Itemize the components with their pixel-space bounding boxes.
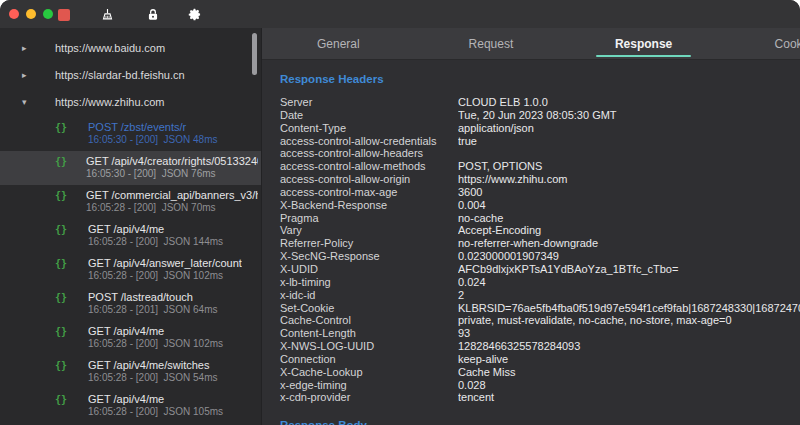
lock-icon[interactable]	[145, 7, 160, 22]
header-key: Content-Length	[280, 327, 458, 340]
request-title: GET /api/v4/me	[88, 393, 223, 406]
header-row: access-control-allow-methods POST, OPTIO…	[280, 160, 800, 173]
settings-gear-icon[interactable]	[187, 7, 202, 22]
header-row: access-control-allow-origin https://www.…	[280, 173, 800, 186]
header-key: X-SecNG-Response	[280, 250, 458, 263]
sidebar-request-row[interactable]: {} GET /api/v4/me 16:05:28 - [200] JSON …	[0, 219, 261, 253]
record-stop-icon[interactable]	[56, 7, 71, 22]
minimize-window-button[interactable]	[26, 9, 36, 19]
header-value: application/json	[458, 122, 800, 135]
domain-label: https://www.baidu.com	[55, 42, 165, 54]
header-row: Cache-Control private, must-revalidate, …	[280, 314, 800, 327]
sidebar-request-row[interactable]: {} POST /lastread/touch 16:05:28 - [201]…	[0, 287, 261, 321]
json-braces-icon: {}	[55, 257, 69, 270]
sidebar-request-row[interactable]: {} GET /api/v4/creator/rights/0513324000…	[0, 151, 261, 185]
header-value: 93	[458, 327, 800, 340]
header-value: CLOUD ELB 1.0.0	[458, 96, 800, 109]
header-value: 0.028	[458, 379, 800, 392]
header-row: Set-Cookie KLBRSID=76ae5fb4fba0f519d97e5…	[280, 302, 800, 315]
sidebar-scrollbar[interactable]	[252, 33, 257, 75]
disclosure-triangle-icon[interactable]: ▾	[22, 97, 32, 107]
header-value: true	[458, 135, 800, 148]
domain-list: ▸ https://www.baidu.com ▸ https://slarda…	[0, 28, 261, 115]
request-meta: 16:05:30 - [200] JSON 76ms	[86, 168, 258, 180]
header-key: Content-Type	[280, 122, 458, 135]
header-key: access-control-allow-credentials	[280, 135, 458, 148]
header-value: 0.004	[458, 199, 800, 212]
header-row: X-SecNG-Response 0.023000001907349	[280, 250, 800, 263]
clear-broom-icon[interactable]	[100, 7, 115, 22]
json-braces-icon: {}	[55, 393, 69, 406]
request-meta: 16:05:28 - [200] JSON 105ms	[88, 406, 223, 418]
json-braces-icon: {}	[55, 189, 67, 202]
header-key: Cache-Control	[280, 314, 458, 327]
request-meta: 16:05:28 - [201] JSON 64ms	[88, 304, 218, 316]
header-key: X-UDID	[280, 263, 458, 276]
header-rows: Server CLOUD ELB 1.0.0 Date Tue, 20 Jun …	[280, 96, 800, 404]
sidebar-domain-row[interactable]: ▾ https://www.zhihu.com	[0, 88, 261, 115]
header-value: KLBRSID=76ae5fb4fba0f519d97e594f1cef9fab…	[458, 302, 800, 315]
header-row: x-lb-timing 0.024	[280, 276, 800, 289]
header-key: Set-Cookie	[280, 302, 458, 315]
header-value: 2	[458, 289, 800, 302]
response-content: Response Headers Server CLOUD ELB 1.0.0 …	[262, 60, 800, 425]
request-title: GET /commercial_api/banners_v3/home_...	[86, 189, 258, 202]
header-key: access-control-max-age	[280, 186, 458, 199]
request-title: GET /api/v4/creator/rights/0513324000/s.…	[86, 155, 258, 168]
zoom-window-button[interactable]	[43, 9, 53, 19]
header-key: Connection	[280, 353, 458, 366]
header-value	[458, 147, 800, 160]
header-row: Content-Type application/json	[280, 122, 800, 135]
header-key: X-Backend-Response	[280, 199, 458, 212]
header-value: Cache Miss	[458, 366, 800, 379]
header-value: https://www.zhihu.com	[458, 173, 800, 186]
sidebar-request-row[interactable]: {} POST /zbst/events/r 16:05:30 - [200] …	[0, 117, 261, 151]
tab-general[interactable]: General	[262, 28, 415, 59]
header-row: access-control-allow-headers	[280, 147, 800, 160]
header-key: x-edge-timing	[280, 379, 458, 392]
json-braces-icon: {}	[55, 325, 69, 338]
header-row: access-control-allow-credentials true	[280, 135, 800, 148]
header-row: access-control-max-age 3600	[280, 186, 800, 199]
tab-bar: GeneralRequestResponseCookies	[262, 28, 800, 60]
response-headers-section-head: Response Headers	[280, 70, 800, 88]
header-value: tencent	[458, 391, 800, 404]
json-braces-icon: {}	[55, 223, 69, 236]
domain-label: https://slardar-bd.feishu.cn	[55, 69, 185, 81]
close-window-button[interactable]	[9, 9, 19, 19]
header-row: Connection keep-alive	[280, 353, 800, 366]
header-row: Vary Accept-Encoding	[280, 224, 800, 237]
sidebar-request-row[interactable]: {} GET /api/v4/me/switches 16:05:28 - [2…	[0, 355, 261, 389]
response-headers-title: Response Headers	[280, 73, 384, 85]
sidebar-request-row[interactable]: {} GET /api/v4/answer_later/count 16:05:…	[0, 253, 261, 287]
request-list: {} POST /zbst/events/r 16:05:30 - [200] …	[0, 117, 261, 425]
response-body-section-head: Response Body	[280, 416, 800, 425]
header-row: Pragma no-cache	[280, 212, 800, 225]
header-key: Vary	[280, 224, 458, 237]
sidebar-domain-row[interactable]: ▸ https://www.baidu.com	[0, 34, 261, 61]
detail-panel: GeneralRequestResponseCookies Response H…	[262, 28, 800, 425]
sidebar-request-row[interactable]: {} GET /api/v4/me 16:05:28 - [200] JSON …	[0, 321, 261, 355]
sidebar-request-row[interactable]: {} GET /api/v4/me 16:05:28 - [200] JSON …	[0, 389, 261, 423]
header-key: x-cdn-provider	[280, 391, 458, 404]
request-meta: 16:05:28 - [200] JSON 54ms	[88, 372, 218, 384]
disclosure-triangle-icon[interactable]: ▸	[22, 70, 32, 80]
request-meta: 16:05:30 - [200] JSON 48ms	[88, 134, 218, 146]
request-title: POST /zbst/events/r	[88, 121, 218, 134]
request-meta: 16:05:28 - [200] JSON 102ms	[88, 270, 242, 282]
request-meta: 16:05:28 - [200] JSON 144ms	[88, 236, 223, 248]
header-value: no-cache	[458, 212, 800, 225]
header-value: private, must-revalidate, no-cache, no-s…	[458, 314, 800, 327]
disclosure-triangle-icon[interactable]: ▸	[22, 43, 32, 53]
request-meta: 16:05:28 - [200] JSON 102ms	[88, 338, 223, 350]
sidebar-domain-row[interactable]: ▸ https://slardar-bd.feishu.cn	[0, 61, 261, 88]
sidebar-request-row[interactable]: {} GET /commercial_api/banners_v3/home_.…	[0, 185, 261, 219]
header-row: Content-Length 93	[280, 327, 800, 340]
header-key: x-lb-timing	[280, 276, 458, 289]
header-key: X-Cache-Lookup	[280, 366, 458, 379]
header-value: 0.023000001907349	[458, 250, 800, 263]
tab-request[interactable]: Request	[415, 28, 568, 59]
tab-cookies[interactable]: Cookies	[720, 28, 800, 59]
tab-response[interactable]: Response	[567, 28, 720, 59]
header-value: Accept-Encoding	[458, 224, 800, 237]
